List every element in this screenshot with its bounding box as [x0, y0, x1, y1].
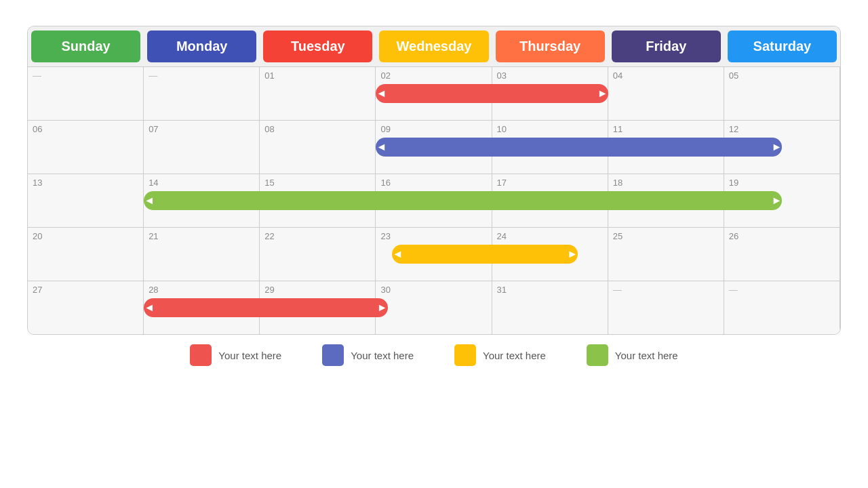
day-cell: 27: [28, 281, 144, 334]
bar-arrow-left: ◄: [144, 195, 155, 207]
legend-label-1: Your text here: [351, 350, 414, 361]
bar-arrow-left: ◄: [376, 87, 387, 100]
day-cell: 06: [28, 121, 144, 174]
legend-item-3: Your text here: [587, 344, 678, 366]
day-header-monday: Monday: [147, 30, 256, 62]
day-headers: SundayMondayTuesdayWednesdayThursdayFrid…: [28, 26, 840, 66]
timeline-bar: ◄►: [392, 245, 578, 264]
weeks: ——0102030405◄►06070809101112◄►1314151617…: [28, 66, 840, 334]
day-header-tuesday: Tuesday: [263, 30, 372, 62]
day-cell: 22: [260, 228, 376, 281]
legend-item-2: Your text here: [454, 344, 546, 366]
timeline-bar: ◄►: [376, 84, 608, 103]
legend-label-0: Your text here: [218, 350, 281, 361]
week-row-3: 20212223242526◄►: [28, 227, 840, 281]
legend-label-2: Your text here: [483, 350, 546, 361]
timeline-bar: ◄►: [376, 138, 782, 157]
day-cell: 31: [492, 281, 608, 334]
day-header-friday: Friday: [612, 30, 721, 62]
day-cell: 30: [376, 281, 492, 334]
day-cell: 13: [28, 174, 144, 227]
week-row-0: ——0102030405◄►: [28, 66, 840, 120]
timeline-bar: ◄►: [144, 298, 387, 317]
legend-color-2: [454, 344, 476, 366]
day-cell: 05: [724, 67, 840, 120]
day-header-sunday: Sunday: [31, 30, 140, 62]
day-cell: —: [28, 67, 144, 120]
bar-arrow-right: ►: [377, 302, 388, 314]
day-cell: 26: [724, 228, 840, 281]
day-cell: 08: [260, 121, 376, 174]
legend-color-1: [322, 344, 344, 366]
day-cell: 04: [608, 67, 724, 120]
timeline-bar: ◄►: [144, 191, 782, 210]
bar-arrow-right: ►: [597, 87, 608, 100]
bar-arrow-left: ◄: [392, 248, 403, 260]
day-cell: 20: [28, 228, 144, 281]
legend-item-1: Your text here: [322, 344, 414, 366]
day-cell: 21: [144, 228, 260, 281]
day-cell: —: [608, 281, 724, 334]
day-header-saturday: Saturday: [728, 30, 837, 62]
bar-arrow-left: ◄: [376, 141, 387, 153]
day-cell: 01: [260, 67, 376, 120]
legend: Your text hereYour text hereYour text he…: [27, 344, 841, 366]
calendar: SundayMondayTuesdayWednesdayThursdayFrid…: [27, 26, 841, 335]
bar-arrow-left: ◄: [144, 302, 155, 314]
bar-arrow-right: ►: [772, 195, 783, 207]
bar-arrow-right: ►: [567, 248, 578, 260]
legend-color-3: [587, 344, 608, 366]
week-row-1: 06070809101112◄►: [28, 120, 840, 174]
day-cell: —: [724, 281, 840, 334]
day-cell: 25: [608, 228, 724, 281]
week-row-4: 2728293031——◄►: [28, 281, 840, 334]
legend-label-3: Your text here: [615, 350, 678, 361]
legend-item-0: Your text here: [190, 344, 281, 366]
day-header-thursday: Thursday: [496, 30, 605, 62]
day-cell: 07: [144, 121, 260, 174]
day-header-wednesday: Wednesday: [379, 30, 488, 62]
legend-color-0: [190, 344, 212, 366]
week-row-2: 13141516171819◄►: [28, 174, 840, 227]
bar-arrow-right: ►: [772, 141, 783, 153]
day-cell: —: [144, 67, 260, 120]
